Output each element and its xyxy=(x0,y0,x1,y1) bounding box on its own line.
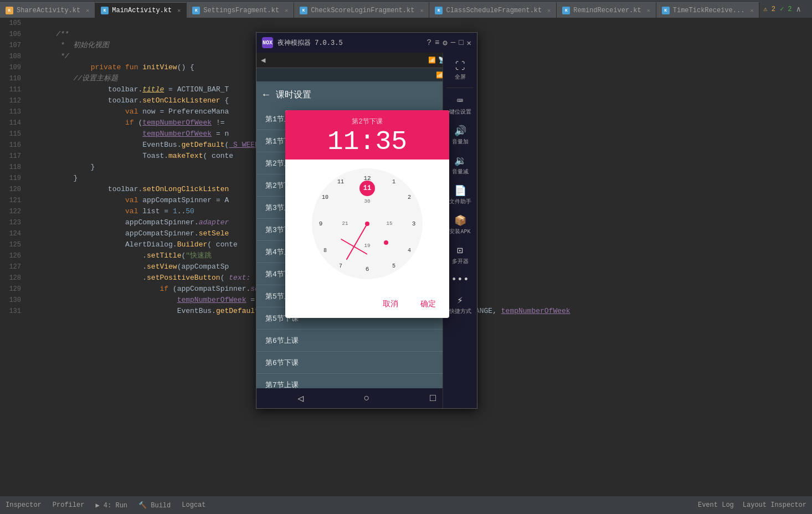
tab-close-remindreceiver[interactable]: ✕ xyxy=(647,7,650,14)
tab-close-mainactivity[interactable]: ✕ xyxy=(177,7,181,14)
nox-close-icon[interactable]: ✕ xyxy=(467,38,471,48)
tab-checkscorelogin[interactable]: K CheckScoreLoginFragment.kt ✕ xyxy=(294,2,429,18)
clock-num-3: 3 xyxy=(408,218,419,229)
warning-badge[interactable]: ⚠ 2 xyxy=(763,5,775,13)
status-bar: Inspector Profiler ▶ 4: Run 🔨 Build Logc… xyxy=(0,496,812,514)
minute-indicator-dot xyxy=(384,240,388,245)
status-layoutinspector[interactable]: Layout Inspector xyxy=(743,501,806,509)
clock-num-6: 6 xyxy=(362,264,373,275)
tab-close-checkscorelogin[interactable]: ✕ xyxy=(420,7,423,14)
tab-icon-remindreceiver: K xyxy=(562,7,570,14)
emulator-window: NOX 夜神模拟器 7.0.3.5 ? ≡ ⚙ ─ □ ✕ ◀ 📶 📡 🔋 4:… xyxy=(256,32,477,409)
keymapping-icon: ⌨ xyxy=(457,95,463,107)
status-eventlog[interactable]: Event Log xyxy=(698,501,734,509)
tab-icon-timetick: K xyxy=(662,7,670,14)
tab-close-timetick[interactable]: ✕ xyxy=(750,7,753,14)
tab-icon-checkscorelogin: K xyxy=(300,7,307,14)
tab-shareactivity[interactable]: K ShareActivity.kt ✕ xyxy=(0,2,95,18)
shortcut-icon: ⚡ xyxy=(457,294,463,306)
nav-home-button[interactable]: ○ xyxy=(364,393,370,404)
nox-restore-icon[interactable]: □ xyxy=(459,38,463,48)
nox-back-toolbar-icon[interactable]: ◀ xyxy=(261,55,265,65)
check-badge[interactable]: ✓ 2 xyxy=(780,5,792,13)
top-right-bar: ⚠ 2 ✓ 2 ∧ xyxy=(763,4,801,14)
timepicker-time: 11:35 xyxy=(294,128,440,155)
multiopen-icon: ⊡ xyxy=(457,244,463,256)
expand-button[interactable]: ∧ xyxy=(796,4,801,14)
tab-timetick[interactable]: K TimeTickReceive... ✕ xyxy=(656,2,760,18)
tab-remindreceiver[interactable]: K RemindReceiver.kt ✕ xyxy=(557,2,656,18)
timepicker-confirm-button[interactable]: 确定 xyxy=(412,295,445,313)
status-build[interactable]: 🔨 Build xyxy=(138,501,171,510)
status-profiler[interactable]: Profiler xyxy=(53,501,85,509)
clock-num-1: 1 xyxy=(388,176,399,187)
android-screen-title: 课时设置 xyxy=(276,89,464,101)
android-back-button[interactable]: ← xyxy=(263,89,269,100)
tab-icon-mainactivity: K xyxy=(101,7,109,14)
tab-icon-settingsfragment: K xyxy=(192,7,200,14)
clock-num-2: 2 xyxy=(404,192,415,203)
tab-icon-classschedule: K xyxy=(435,7,443,14)
clock-num-9: 9 xyxy=(315,218,326,229)
hour-indicator-dot: 11 xyxy=(359,181,375,196)
tab-classschedule[interactable]: K ClassScheduleFragment.kt ✕ xyxy=(429,2,557,18)
clock-num-7: 7 xyxy=(335,260,346,271)
clock-center-dot xyxy=(365,222,369,226)
nox-settings-icon[interactable]: ⚙ xyxy=(443,38,447,48)
clock-num-10: 10 xyxy=(320,192,331,203)
nox-menu-icon[interactable]: ≡ xyxy=(435,38,439,48)
nav-back-button[interactable]: ◁ xyxy=(297,392,304,404)
timepicker-clock: 12 3 6 9 1 2 4 5 7 8 10 11 30 21 19 xyxy=(285,160,449,292)
nox-title: 夜神模拟器 7.0.3.5 xyxy=(277,38,423,48)
nox-logo: NOX xyxy=(262,37,273,48)
volume-down-icon: 🔉 xyxy=(454,155,466,167)
nox-tool-fullscreen[interactable]: ⛶ 全屏 xyxy=(443,57,477,84)
more-icon: ••• xyxy=(451,274,469,285)
tab-close-settingsfragment[interactable]: ✕ xyxy=(285,7,288,14)
nox-minimize-icon[interactable]: ─ xyxy=(451,38,455,48)
fullscreen-icon: ⛶ xyxy=(455,60,465,72)
status-inspector[interactable]: Inspector xyxy=(6,501,42,509)
timepicker-cancel-button[interactable]: 取消 xyxy=(374,295,407,313)
timepicker-dialog: 第2节下课 11:35 12 3 6 9 1 2 4 5 7 8 10 xyxy=(285,110,449,318)
clock-num-8: 8 xyxy=(320,245,331,256)
clock-num-5: 5 xyxy=(388,260,399,271)
file-icon: 📄 xyxy=(454,184,466,197)
timepicker-buttons: 取消 确定 xyxy=(285,292,449,318)
volume-up-icon: 🔊 xyxy=(454,125,466,137)
clock-num-11: 11 xyxy=(335,176,346,187)
tab-close-classschedule[interactable]: ✕ xyxy=(547,7,551,14)
tab-settingsfragment[interactable]: K SettingsFragment.kt ✕ xyxy=(187,2,294,18)
nox-titlebar: NOX 夜神模拟器 7.0.3.5 ? ≡ ⚙ ─ □ ✕ xyxy=(256,33,477,53)
nav-recents-button[interactable]: □ xyxy=(430,393,436,404)
status-run[interactable]: ▶ 4: Run xyxy=(95,501,127,510)
tab-icon-shareactivity: K xyxy=(6,7,13,14)
timepicker-header: 第2节下课 11:35 xyxy=(285,110,449,160)
wifi-icon: 📶 xyxy=(428,56,436,64)
apk-icon: 📦 xyxy=(454,214,466,227)
clock-face[interactable]: 12 3 6 9 1 2 4 5 7 8 10 11 30 21 19 xyxy=(312,168,423,279)
tab-close-shareactivity[interactable]: ✕ xyxy=(86,7,89,14)
nox-controls: ? ≡ ⚙ ─ □ ✕ xyxy=(427,38,472,48)
status-logcat[interactable]: Logcat xyxy=(182,501,205,509)
tab-mainactivity[interactable]: K MainActivity.kt ✕ xyxy=(95,2,187,18)
tab-bar: K ShareActivity.kt ✕ K MainActivity.kt ✕… xyxy=(0,0,812,18)
code-line-105: 105 xyxy=(0,18,812,29)
nox-help-icon[interactable]: ? xyxy=(427,38,431,48)
timepicker-label: 第2节下课 xyxy=(294,117,440,126)
clock-num-4: 4 xyxy=(404,245,415,256)
sidebar-divider-1 xyxy=(446,88,474,88)
